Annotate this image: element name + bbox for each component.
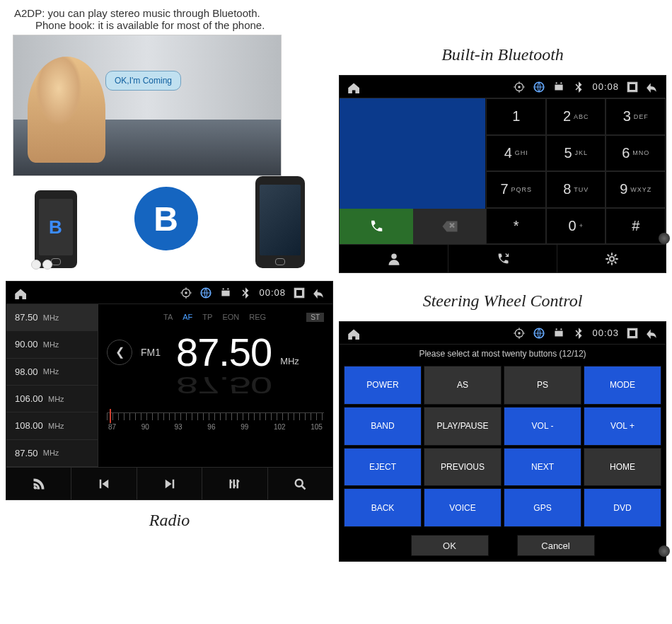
flag-eon: EON bbox=[222, 313, 239, 322]
preset-6[interactable]: 87.50 MHz bbox=[6, 440, 98, 467]
ruler-label: 90 bbox=[141, 423, 149, 431]
keypad-key-8[interactable]: 8TUV bbox=[546, 171, 606, 208]
home-icon[interactable] bbox=[347, 81, 359, 93]
volume-knob[interactable] bbox=[659, 545, 670, 557]
globe-icon bbox=[199, 287, 212, 299]
flag-ta: TA bbox=[163, 313, 173, 322]
dial-display bbox=[340, 98, 486, 209]
recents-icon[interactable] bbox=[626, 81, 639, 93]
seek-next-button[interactable] bbox=[137, 468, 202, 499]
swc-as[interactable]: AS bbox=[424, 366, 502, 405]
keypad-key-1[interactable]: 1 bbox=[486, 98, 546, 135]
keypad-key-3[interactable]: 3DEF bbox=[606, 98, 666, 135]
tuning-marker[interactable] bbox=[110, 409, 111, 423]
search-button[interactable] bbox=[268, 468, 332, 499]
swc-screen: 00:03 Please select at most twenty butto… bbox=[339, 321, 666, 562]
rds-flags: TA AF TP EON REG ST bbox=[107, 310, 324, 325]
keypad-key-7[interactable]: 7PQRS bbox=[486, 171, 546, 208]
driver-figure bbox=[28, 57, 105, 163]
ruler-label: 87 bbox=[108, 423, 116, 431]
clock: 00:03 bbox=[592, 328, 619, 338]
back-icon[interactable] bbox=[646, 327, 659, 340]
swc-title: Steering Wheel Control bbox=[339, 281, 666, 321]
preset-3[interactable]: 98.00 MHz bbox=[6, 359, 98, 386]
home-icon[interactable] bbox=[13, 287, 26, 299]
clock: 00:08 bbox=[592, 81, 619, 92]
keypad-key-2[interactable]: 2ABC bbox=[546, 98, 606, 135]
target-icon bbox=[513, 327, 526, 340]
bluetooth-badge-large: B bbox=[134, 187, 198, 250]
ruler-label: 105 bbox=[311, 423, 323, 431]
cancel-button[interactable]: Cancel bbox=[517, 535, 595, 556]
target-icon bbox=[513, 81, 526, 93]
desc-line-1: A2DP: you can play stereo music through … bbox=[14, 7, 658, 19]
keypad-key-6[interactable]: 6MNO bbox=[606, 135, 666, 172]
preset-4[interactable]: 106.00 MHz bbox=[6, 386, 98, 412]
flag-reg: REG bbox=[249, 313, 266, 322]
keypad-key-*[interactable]: * bbox=[486, 208, 546, 245]
scan-button[interactable] bbox=[6, 468, 71, 499]
status-bar: 00:08 bbox=[6, 282, 332, 304]
swc-gps[interactable]: GPS bbox=[504, 488, 581, 527]
dial-keypad: 12ABC3DEF4GHI5JKL6MNO7PQRS8TUV9WXYZ*0+# bbox=[486, 98, 666, 244]
keypad-key-4[interactable]: 4GHI bbox=[486, 135, 546, 172]
bluetooth-icon bbox=[572, 81, 585, 93]
preset-list: 87.50 MHz90.00 MHz98.00 MHz106.00 MHz108… bbox=[6, 304, 98, 467]
keypad-key-#[interactable]: # bbox=[606, 208, 666, 245]
swc-voice[interactable]: VOICE bbox=[424, 488, 502, 527]
settings-button[interactable] bbox=[557, 245, 666, 272]
preset-5[interactable]: 108.00 MHz bbox=[6, 412, 98, 439]
backspace-button[interactable] bbox=[413, 209, 487, 244]
call-button[interactable] bbox=[340, 209, 413, 244]
status-bar: 00:08 bbox=[340, 76, 666, 98]
globe-icon bbox=[533, 81, 545, 93]
back-icon[interactable] bbox=[313, 287, 325, 299]
swc-home[interactable]: HOME bbox=[584, 448, 661, 487]
phone-mockup-right bbox=[255, 176, 305, 268]
keypad-key-5[interactable]: 5JKL bbox=[546, 135, 606, 172]
swc-previous[interactable]: PREVIOUS bbox=[424, 448, 502, 487]
swc-power[interactable]: POWER bbox=[344, 366, 422, 405]
contacts-button[interactable] bbox=[340, 245, 448, 272]
bluetooth-screen: 00:08 12ABC3DEF4GHI5JKL6MNO7PQRS8TUV9WXY… bbox=[339, 75, 666, 273]
ok-button[interactable]: OK bbox=[411, 535, 489, 556]
equalizer-button[interactable] bbox=[202, 468, 267, 499]
preset-1[interactable]: 87.50 MHz bbox=[6, 304, 98, 331]
preset-2[interactable]: 90.00 MHz bbox=[6, 331, 98, 358]
call-history-button[interactable] bbox=[448, 245, 557, 272]
keypad-key-0[interactable]: 0+ bbox=[546, 208, 606, 245]
bluetooth-icon bbox=[572, 327, 585, 340]
swc-eject[interactable]: EJECT bbox=[344, 448, 422, 487]
recents-icon[interactable] bbox=[626, 327, 639, 340]
desc-line-2: Phone book: it is available for most of … bbox=[14, 19, 658, 31]
swc-back[interactable]: BACK bbox=[344, 488, 422, 527]
frequency-unit: MHz bbox=[280, 356, 299, 366]
android-icon bbox=[219, 287, 232, 299]
tune-prev-button[interactable]: ❮ bbox=[107, 340, 132, 365]
swc-dvd[interactable]: DVD bbox=[584, 488, 661, 527]
back-icon[interactable] bbox=[646, 81, 659, 93]
swc-band[interactable]: BAND bbox=[344, 407, 422, 446]
description-text: A2DP: you can play stereo music through … bbox=[0, 0, 672, 35]
tuning-ruler[interactable]: 8790939699102105 bbox=[107, 412, 324, 441]
home-icon[interactable] bbox=[347, 327, 359, 340]
clock: 00:08 bbox=[259, 287, 286, 298]
band-label[interactable]: FM1 bbox=[141, 347, 161, 358]
radio-screen: 00:08 87.50 MHz90.00 MHz98.00 MHz106.00 … bbox=[6, 281, 333, 500]
swc-ps[interactable]: PS bbox=[504, 366, 581, 405]
swc-play-pause[interactable]: PLAY/PAUSE bbox=[424, 407, 502, 446]
recents-icon[interactable] bbox=[293, 287, 306, 299]
bluetooth-cell: Built-in Bluetooth 00:08 bbox=[339, 35, 666, 275]
swc-mode[interactable]: MODE bbox=[584, 366, 661, 405]
bluetooth-title: Built-in Bluetooth bbox=[339, 35, 666, 75]
volume-knob[interactable] bbox=[659, 233, 670, 244]
swc-vol-[interactable]: VOL - bbox=[504, 407, 581, 446]
swc-cell: Steering Wheel Control 00:03 Please sele… bbox=[339, 281, 666, 562]
seek-prev-button[interactable] bbox=[71, 468, 137, 499]
keypad-key-9[interactable]: 9WXYZ bbox=[606, 171, 666, 208]
globe-icon bbox=[533, 327, 545, 340]
swc-vol-[interactable]: VOL + bbox=[584, 407, 661, 446]
status-bar: 00:03 bbox=[340, 322, 666, 345]
swc-button-grid: POWERASPSMODEBANDPLAY/PAUSEVOL -VOL +EJE… bbox=[340, 363, 666, 530]
swc-next[interactable]: NEXT bbox=[504, 448, 581, 487]
